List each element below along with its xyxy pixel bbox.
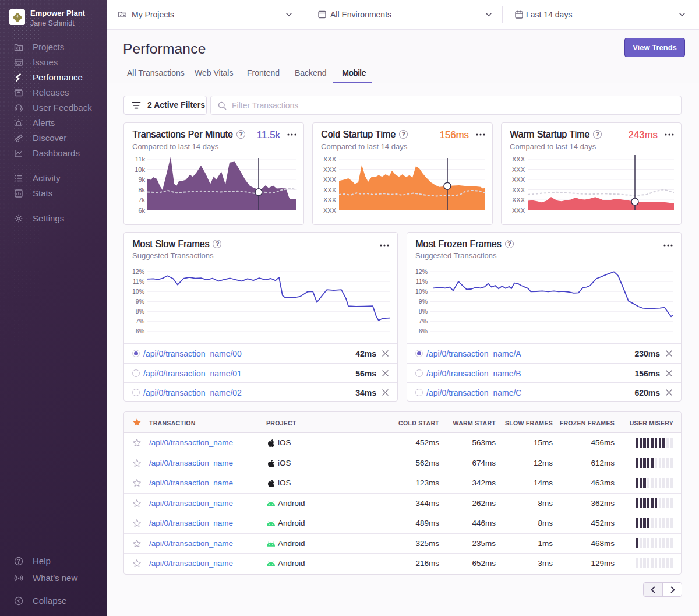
svg-text:10%: 10% [415, 288, 428, 295]
svg-text:XXX: XXX [323, 166, 337, 173]
svg-text:XXX: XXX [323, 156, 337, 163]
svg-text:7k: 7k [138, 196, 145, 203]
svg-text:XXX: XXX [323, 186, 337, 193]
svg-text:6%: 6% [136, 328, 144, 335]
svg-text:7%: 7% [136, 318, 144, 325]
svg-text:10%: 10% [132, 288, 144, 295]
svg-text:XXX: XXX [512, 176, 525, 183]
svg-text:12%: 12% [415, 268, 428, 275]
svg-text:XXX: XXX [512, 186, 525, 193]
svg-text:XXX: XXX [512, 166, 525, 173]
svg-text:9%: 9% [419, 298, 428, 305]
svg-text:XXX: XXX [323, 176, 337, 183]
svg-text:10k: 10k [135, 166, 145, 173]
svg-text:11%: 11% [416, 278, 428, 285]
svg-text:9%: 9% [136, 298, 144, 305]
svg-text:XXX: XXX [512, 207, 525, 214]
svg-text:8k: 8k [138, 186, 145, 193]
svg-text:8%: 8% [419, 308, 428, 315]
svg-text:9k: 9k [138, 176, 145, 183]
svg-text:XXX: XXX [512, 156, 525, 163]
svg-text:12%: 12% [132, 268, 144, 275]
svg-text:6k: 6k [138, 207, 145, 214]
svg-text:7%: 7% [419, 318, 428, 325]
svg-text:11k: 11k [135, 156, 145, 163]
svg-text:6%: 6% [419, 328, 428, 335]
svg-text:11%: 11% [133, 278, 144, 285]
svg-text:XXX: XXX [323, 196, 337, 203]
svg-text:XXX: XXX [512, 196, 525, 203]
svg-text:XXX: XXX [323, 207, 337, 214]
svg-text:8%: 8% [136, 308, 144, 315]
